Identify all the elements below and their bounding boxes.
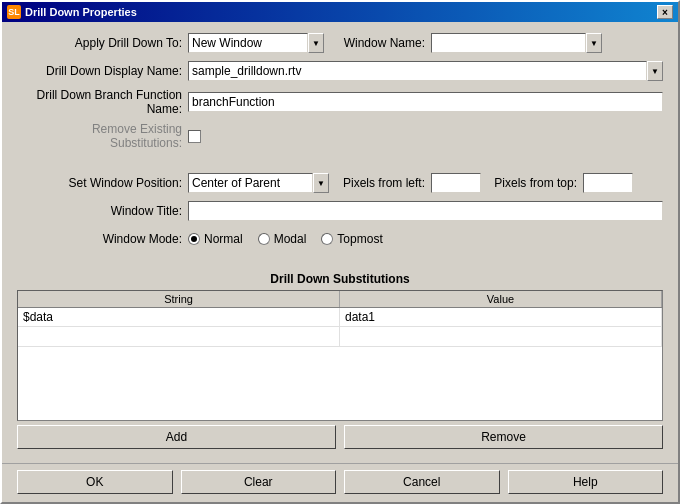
set-window-pos-arrow[interactable]: ▼ bbox=[313, 173, 329, 193]
window-title-label: Window Title: bbox=[17, 204, 182, 218]
window-mode-radio-group: Normal Modal Topmost bbox=[188, 232, 383, 246]
bottom-buttons-bar: OK Clear Cancel Help bbox=[2, 463, 678, 502]
apply-drill-dropdown[interactable]: ▼ bbox=[188, 33, 324, 53]
content-area: Apply Drill Down To: ▼ Window Name: ▼ Dr… bbox=[2, 22, 678, 463]
col-value: Value bbox=[340, 291, 662, 307]
window-title-input[interactable] bbox=[188, 201, 663, 221]
close-button[interactable]: × bbox=[657, 5, 673, 19]
apply-drill-label: Apply Drill Down To: bbox=[17, 36, 182, 50]
cell-empty-string bbox=[18, 327, 340, 346]
remove-subs-row: Remove Existing Substitutions: bbox=[17, 122, 663, 150]
apply-drill-row: Apply Drill Down To: ▼ Window Name: ▼ bbox=[17, 32, 663, 54]
spacer1 bbox=[17, 156, 663, 166]
window-name-label: Window Name: bbox=[330, 36, 425, 50]
ok-button[interactable]: OK bbox=[17, 470, 173, 494]
main-window: SL Drill Down Properties × Apply Drill D… bbox=[0, 0, 680, 504]
app-icon: SL bbox=[7, 5, 21, 19]
substitutions-table: String Value $data data1 bbox=[17, 290, 663, 421]
window-mode-row: Window Mode: Normal Modal Topmost bbox=[17, 228, 663, 250]
radio-modal-circle[interactable] bbox=[258, 233, 270, 245]
spacer2 bbox=[17, 256, 663, 266]
branch-function-input[interactable] bbox=[188, 92, 663, 112]
window-name-arrow[interactable]: ▼ bbox=[586, 33, 602, 53]
window-name-dropdown[interactable]: ▼ bbox=[431, 33, 602, 53]
table-row: $data data1 bbox=[18, 308, 662, 327]
display-name-row: Drill Down Display Name: ▼ bbox=[17, 60, 663, 82]
radio-topmost-label: Topmost bbox=[337, 232, 382, 246]
remove-subs-checkbox[interactable] bbox=[188, 130, 201, 143]
display-name-input[interactable] bbox=[188, 61, 647, 81]
col-string: String bbox=[18, 291, 340, 307]
pixels-from-top-label: Pixels from top: bbox=[487, 176, 577, 190]
cancel-button[interactable]: Cancel bbox=[344, 470, 500, 494]
window-name-input[interactable] bbox=[431, 33, 586, 53]
display-name-label: Drill Down Display Name: bbox=[17, 64, 182, 78]
apply-drill-arrow[interactable]: ▼ bbox=[308, 33, 324, 53]
cell-empty-value bbox=[340, 327, 662, 346]
set-window-pos-dropdown[interactable]: ▼ bbox=[188, 173, 329, 193]
radio-normal-label: Normal bbox=[204, 232, 243, 246]
add-remove-buttons: Add Remove bbox=[17, 425, 663, 449]
display-name-dropdown[interactable]: ▼ bbox=[188, 61, 663, 81]
set-window-pos-input[interactable] bbox=[188, 173, 313, 193]
cell-value: data1 bbox=[340, 308, 662, 326]
radio-modal[interactable]: Modal bbox=[258, 232, 307, 246]
radio-topmost[interactable]: Topmost bbox=[321, 232, 382, 246]
radio-normal[interactable]: Normal bbox=[188, 232, 243, 246]
pixels-from-left-input[interactable] bbox=[431, 173, 481, 193]
apply-drill-input[interactable] bbox=[188, 33, 308, 53]
remove-button[interactable]: Remove bbox=[344, 425, 663, 449]
set-window-pos-row: Set Window Position: ▼ Pixels from left:… bbox=[17, 172, 663, 194]
window-mode-label: Window Mode: bbox=[17, 232, 182, 246]
window-title-row: Window Title: bbox=[17, 200, 663, 222]
cell-string: $data bbox=[18, 308, 340, 326]
clear-button[interactable]: Clear bbox=[181, 470, 337, 494]
table-row-empty bbox=[18, 327, 662, 347]
table-header: String Value bbox=[18, 291, 662, 308]
radio-topmost-circle[interactable] bbox=[321, 233, 333, 245]
set-window-pos-label: Set Window Position: bbox=[17, 176, 182, 190]
branch-function-label: Drill Down Branch Function Name: bbox=[17, 88, 182, 116]
table-body: $data data1 bbox=[18, 308, 662, 420]
radio-normal-circle[interactable] bbox=[188, 233, 200, 245]
title-bar: SL Drill Down Properties × bbox=[2, 2, 678, 22]
branch-function-row: Drill Down Branch Function Name: bbox=[17, 88, 663, 116]
radio-modal-label: Modal bbox=[274, 232, 307, 246]
add-button[interactable]: Add bbox=[17, 425, 336, 449]
pixels-from-left-label: Pixels from left: bbox=[335, 176, 425, 190]
window-title: Drill Down Properties bbox=[25, 6, 137, 18]
substitutions-title: Drill Down Substitutions bbox=[17, 272, 663, 286]
pixels-from-top-input[interactable] bbox=[583, 173, 633, 193]
remove-subs-label: Remove Existing Substitutions: bbox=[17, 122, 182, 150]
help-button[interactable]: Help bbox=[508, 470, 664, 494]
substitutions-section: Drill Down Substitutions String Value $d… bbox=[17, 272, 663, 453]
title-bar-left: SL Drill Down Properties bbox=[7, 5, 137, 19]
display-name-arrow[interactable]: ▼ bbox=[647, 61, 663, 81]
